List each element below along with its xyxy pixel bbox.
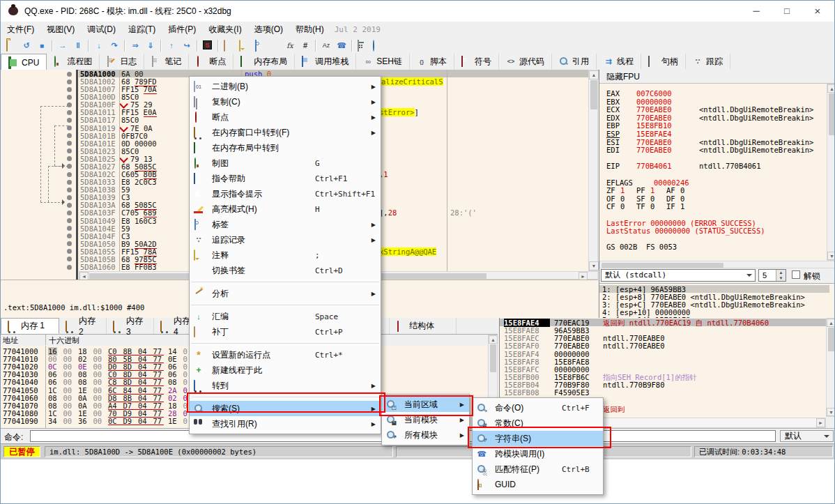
scroll-right-icon[interactable]: ► — [816, 418, 825, 427]
breakpoint-dot[interactable] — [67, 234, 72, 238]
register-line[interactable]: ESI770EABE0<ntdll.DbgUiRemoteBreakin> — [599, 138, 827, 146]
breakpoint-dot[interactable] — [67, 241, 72, 246]
argument-row[interactable]: 4: [esp+10] 00000000 — [599, 308, 829, 316]
tab-引用[interactable]: 引用 — [552, 54, 597, 69]
register-line[interactable]: EBX00000000 — [599, 98, 827, 106]
register-line[interactable]: EAX007C6000 — [599, 89, 827, 98]
scroll-up-icon[interactable]: ▲ — [827, 319, 835, 327]
globe-icon[interactable] — [370, 38, 385, 52]
register-line[interactable]: LastError 00000000 (ERROR_SUCCESS) — [599, 219, 827, 227]
menu-item-分析[interactable]: 分析▶ — [190, 286, 381, 301]
menu-item-在内存窗口中转到(F)[interactable]: 在内存窗口中转到(F)▶ — [190, 125, 381, 140]
argument-row[interactable]: 3: [esp+C] 770EABE0 <ntdll.DbgUiRemoteBr… — [599, 300, 829, 308]
tab-内存 1[interactable]: 内存 1 — [1, 318, 59, 334]
menu-插件(P)[interactable]: 插件(P) — [162, 22, 202, 38]
breakpoint-dot[interactable] — [67, 218, 72, 223]
menu-item-字符串(S)[interactable]: "字符串(S) — [473, 431, 603, 446]
tab-内存 2[interactable]: 内存 2 — [59, 318, 107, 334]
minimize-button[interactable]: ─ — [741, 1, 772, 21]
menu-item-当前模块[interactable]: ■当前模块▶ — [382, 412, 469, 427]
registers-hscrollbar[interactable] — [599, 261, 835, 268]
patch-icon[interactable] — [221, 38, 236, 52]
scroll-up-icon[interactable]: ▲ — [489, 335, 498, 344]
tab-日志[interactable]: 日志 — [100, 54, 144, 69]
register-line[interactable]: EBP15E8FB10 — [599, 121, 827, 130]
breakpoint-dot[interactable] — [67, 226, 72, 231]
breakpoint-dot[interactable] — [67, 141, 72, 146]
bookmark-icon[interactable] — [267, 38, 282, 52]
constant-icon[interactable]: # — [298, 38, 313, 52]
scroll-up-icon[interactable]: ▲ — [827, 84, 835, 93]
register-line[interactable]: ESP15E8FAE4 — [599, 130, 827, 138]
stack-row[interactable]: 15E8FAE896A59BB3 — [500, 326, 826, 334]
scroll-down-icon[interactable]: ▼ — [589, 261, 599, 270]
menu-item-二进制(B)[interactable]: 01二进制(B)▶ — [190, 79, 381, 94]
pause-icon[interactable]: ‖ — [70, 38, 86, 52]
breakpoint-dot[interactable] — [67, 79, 72, 84]
step-into-icon[interactable]: ↓ — [91, 38, 107, 52]
breakpoint-dot[interactable] — [67, 148, 72, 153]
register-line[interactable]: EFLAGS00000246 — [599, 178, 827, 187]
close-button[interactable]: × — [802, 1, 833, 21]
register-line[interactable]: ECX770EABE0<ntdll.DbgUiRemoteBreakin> — [599, 105, 827, 114]
record-icon[interactable]: S — [200, 38, 215, 52]
registers-view[interactable]: EAX007C6000EBX00000000ECX770EABE0<ntdll.… — [599, 84, 827, 261]
menu-item-指令帮助[interactable]: ?指令帮助Ctrl+F1 — [190, 171, 381, 186]
stack-row[interactable]: 15E8FB08F45905E3 — [500, 388, 826, 396]
breakpoint-dot[interactable] — [67, 172, 72, 177]
register-line[interactable]: EIP770B4061ntdll.770B4061 — [599, 162, 827, 170]
restart-icon[interactable]: ↺ — [19, 38, 34, 52]
menu-item-常数(C)[interactable]: #常数(C) — [473, 415, 603, 431]
register-line[interactable]: EDI770EABE0<ntdll.DbgUiRemoteBreakin> — [599, 146, 827, 154]
scroll-down-icon[interactable]: ▼ — [827, 252, 835, 260]
strings-icon[interactable]: Az — [319, 38, 334, 52]
breakpoint-gutter[interactable] — [1, 70, 78, 280]
tab-笔记[interactable]: 笔记 — [144, 54, 189, 69]
menu-视图(V)[interactable]: 视图(V) — [40, 22, 81, 38]
menu-item-注释[interactable]: 注释; — [190, 247, 381, 263]
breakpoint-dot[interactable] — [67, 203, 72, 208]
tab-源代码[interactable]: <>源代码 — [499, 54, 552, 69]
disasm-scrollbar[interactable]: ▲ ▼ — [588, 70, 598, 271]
menu-item-搜索(S)[interactable]: 搜索(S)▶ — [190, 401, 381, 416]
unlock-checkbox[interactable] — [792, 270, 800, 279]
stack-row[interactable]: 15E8FAEC770EABE0ntdll.770EABE0 — [500, 334, 826, 342]
arguments-view[interactable]: 1: [esp+4] 96A59BB32: [esp+8] 770EABE0 <… — [599, 283, 835, 319]
menu-item-汇编[interactable]: ↓汇编Space — [190, 309, 381, 324]
breakpoint-dot[interactable] — [67, 164, 72, 169]
calling-convention-select[interactable]: 默认 (stdcall) — [601, 269, 756, 282]
register-line[interactable]: LastStatus 00000000 (STATUS_SUCCESS) — [599, 227, 827, 235]
tab-SEH链[interactable]: ∞SEH链 — [356, 54, 410, 69]
label-icon[interactable] — [252, 38, 267, 52]
menu-item-匹配特征(P)[interactable]: ░匹配特征(P)Ctrl+B — [473, 461, 603, 477]
maximize-button[interactable]: □ — [772, 1, 802, 21]
menu-item-切换书签[interactable]: 切换书签Ctrl+D — [190, 263, 381, 278]
tab-脚本[interactable]: {}脚本 — [410, 54, 454, 69]
register-line[interactable]: CF0TF0IF1 — [599, 202, 827, 211]
menu-item-GUID[interactable]: GUID — [473, 477, 603, 492]
step-over-icon[interactable]: ↷ — [107, 38, 122, 52]
menu-追踪(T)[interactable]: 追踪(T) — [122, 22, 162, 38]
hide-fpu-button[interactable]: 隐藏FPU — [599, 70, 835, 84]
scroll-thumb[interactable] — [602, 263, 723, 268]
tab-调用堆栈[interactable]: 调用堆栈 — [295, 54, 356, 69]
breakpoint-dot[interactable] — [67, 72, 72, 77]
menu-item-新建线程于此[interactable]: +新建线程于此 — [190, 362, 381, 378]
menu-item-转到[interactable]: 转到▶ — [190, 378, 381, 393]
stack-row[interactable]: 15E8FB0015E8FB6C指向SEH_Record[1]的指针 — [500, 373, 826, 381]
breakpoint-dot[interactable] — [67, 257, 72, 261]
menu-item-显示指令提示[interactable]: 显示指令提示Ctrl+Shift+F1 — [190, 186, 381, 201]
scroll-thumb[interactable] — [590, 80, 597, 109]
stack-row[interactable]: 15E8FB04770B9F80ntdll.770B9F80 — [500, 381, 826, 388]
stack-row[interactable]: 15E8FAF0770EABE0ntdll.770EABE0 — [500, 342, 826, 349]
argument-row[interactable]: 1: [esp+4] 96A59BB3 — [599, 285, 829, 293]
step-out-icon[interactable]: ↑ — [164, 38, 179, 52]
stop-icon[interactable]: ■ — [34, 38, 49, 52]
scroll-down-icon[interactable]: ▼ — [827, 408, 835, 416]
stack-scrollbar[interactable]: ▲ ▼ — [826, 318, 835, 417]
breakpoint-dot[interactable] — [67, 102, 72, 107]
argument-row[interactable]: 2: [esp+8] 770EABE0 <ntdll.DbgUiRemoteBr… — [599, 293, 829, 300]
menu-item-标签[interactable]: 标签▶ — [190, 217, 381, 232]
menu-item-在内存布局中转到[interactable]: 在内存布局中转到 — [190, 140, 381, 155]
register-line[interactable]: GS 002B FS 0053 — [599, 243, 827, 251]
